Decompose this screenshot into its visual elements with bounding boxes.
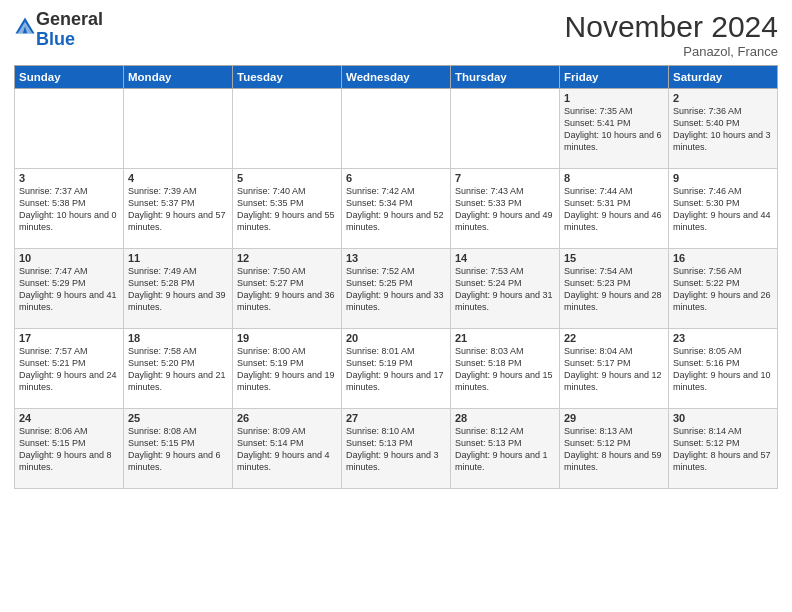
day-detail: Sunrise: 8:04 AM Sunset: 5:17 PM Dayligh… [564,345,664,394]
week-row-1: 1Sunrise: 7:35 AM Sunset: 5:41 PM Daylig… [15,89,778,169]
day-number: 20 [346,332,446,344]
day-number: 18 [128,332,228,344]
logo-text: General Blue [36,10,103,50]
day-cell: 8Sunrise: 7:44 AM Sunset: 5:31 PM Daylig… [560,169,669,249]
title-area: November 2024 Panazol, France [565,10,778,59]
day-detail: Sunrise: 8:14 AM Sunset: 5:12 PM Dayligh… [673,425,773,474]
day-number: 8 [564,172,664,184]
day-number: 11 [128,252,228,264]
weekday-header-friday: Friday [560,66,669,89]
day-cell: 7Sunrise: 7:43 AM Sunset: 5:33 PM Daylig… [451,169,560,249]
weekday-header-sunday: Sunday [15,66,124,89]
day-detail: Sunrise: 8:13 AM Sunset: 5:12 PM Dayligh… [564,425,664,474]
day-detail: Sunrise: 7:49 AM Sunset: 5:28 PM Dayligh… [128,265,228,314]
day-cell: 6Sunrise: 7:42 AM Sunset: 5:34 PM Daylig… [342,169,451,249]
day-cell: 16Sunrise: 7:56 AM Sunset: 5:22 PM Dayli… [669,249,778,329]
day-cell: 27Sunrise: 8:10 AM Sunset: 5:13 PM Dayli… [342,409,451,489]
day-detail: Sunrise: 8:06 AM Sunset: 5:15 PM Dayligh… [19,425,119,474]
day-cell: 17Sunrise: 7:57 AM Sunset: 5:21 PM Dayli… [15,329,124,409]
day-number: 28 [455,412,555,424]
day-detail: Sunrise: 7:44 AM Sunset: 5:31 PM Dayligh… [564,185,664,234]
location-subtitle: Panazol, France [565,44,778,59]
day-number: 26 [237,412,337,424]
day-detail: Sunrise: 7:39 AM Sunset: 5:37 PM Dayligh… [128,185,228,234]
day-cell: 15Sunrise: 7:54 AM Sunset: 5:23 PM Dayli… [560,249,669,329]
day-cell: 11Sunrise: 7:49 AM Sunset: 5:28 PM Dayli… [124,249,233,329]
day-detail: Sunrise: 8:12 AM Sunset: 5:13 PM Dayligh… [455,425,555,474]
day-number: 21 [455,332,555,344]
day-detail: Sunrise: 8:01 AM Sunset: 5:19 PM Dayligh… [346,345,446,394]
day-cell: 24Sunrise: 8:06 AM Sunset: 5:15 PM Dayli… [15,409,124,489]
weekday-header-saturday: Saturday [669,66,778,89]
day-cell: 28Sunrise: 8:12 AM Sunset: 5:13 PM Dayli… [451,409,560,489]
day-cell [451,89,560,169]
week-row-2: 3Sunrise: 7:37 AM Sunset: 5:38 PM Daylig… [15,169,778,249]
day-number: 5 [237,172,337,184]
day-number: 19 [237,332,337,344]
day-number: 6 [346,172,446,184]
day-number: 14 [455,252,555,264]
day-detail: Sunrise: 7:43 AM Sunset: 5:33 PM Dayligh… [455,185,555,234]
week-row-5: 24Sunrise: 8:06 AM Sunset: 5:15 PM Dayli… [15,409,778,489]
day-cell: 14Sunrise: 7:53 AM Sunset: 5:24 PM Dayli… [451,249,560,329]
day-cell: 22Sunrise: 8:04 AM Sunset: 5:17 PM Dayli… [560,329,669,409]
day-cell: 26Sunrise: 8:09 AM Sunset: 5:14 PM Dayli… [233,409,342,489]
day-cell: 19Sunrise: 8:00 AM Sunset: 5:19 PM Dayli… [233,329,342,409]
day-number: 16 [673,252,773,264]
weekday-header-monday: Monday [124,66,233,89]
day-detail: Sunrise: 7:40 AM Sunset: 5:35 PM Dayligh… [237,185,337,234]
day-cell [233,89,342,169]
day-cell: 13Sunrise: 7:52 AM Sunset: 5:25 PM Dayli… [342,249,451,329]
day-detail: Sunrise: 7:57 AM Sunset: 5:21 PM Dayligh… [19,345,119,394]
day-detail: Sunrise: 7:42 AM Sunset: 5:34 PM Dayligh… [346,185,446,234]
day-cell: 10Sunrise: 7:47 AM Sunset: 5:29 PM Dayli… [15,249,124,329]
day-cell: 25Sunrise: 8:08 AM Sunset: 5:15 PM Dayli… [124,409,233,489]
calendar-body: 1Sunrise: 7:35 AM Sunset: 5:41 PM Daylig… [15,89,778,489]
day-cell: 30Sunrise: 8:14 AM Sunset: 5:12 PM Dayli… [669,409,778,489]
day-cell: 9Sunrise: 7:46 AM Sunset: 5:30 PM Daylig… [669,169,778,249]
day-cell: 20Sunrise: 8:01 AM Sunset: 5:19 PM Dayli… [342,329,451,409]
day-number: 29 [564,412,664,424]
day-detail: Sunrise: 7:58 AM Sunset: 5:20 PM Dayligh… [128,345,228,394]
day-detail: Sunrise: 7:53 AM Sunset: 5:24 PM Dayligh… [455,265,555,314]
day-cell: 12Sunrise: 7:50 AM Sunset: 5:27 PM Dayli… [233,249,342,329]
day-cell [15,89,124,169]
logo-icon [14,16,36,38]
weekday-header-thursday: Thursday [451,66,560,89]
day-detail: Sunrise: 7:35 AM Sunset: 5:41 PM Dayligh… [564,105,664,154]
day-cell [124,89,233,169]
day-number: 4 [128,172,228,184]
day-detail: Sunrise: 8:09 AM Sunset: 5:14 PM Dayligh… [237,425,337,474]
day-detail: Sunrise: 8:08 AM Sunset: 5:15 PM Dayligh… [128,425,228,474]
weekday-header-tuesday: Tuesday [233,66,342,89]
day-number: 24 [19,412,119,424]
day-cell: 5Sunrise: 7:40 AM Sunset: 5:35 PM Daylig… [233,169,342,249]
page-container: General Blue November 2024 Panazol, Fran… [0,0,792,497]
day-detail: Sunrise: 7:50 AM Sunset: 5:27 PM Dayligh… [237,265,337,314]
day-detail: Sunrise: 8:10 AM Sunset: 5:13 PM Dayligh… [346,425,446,474]
weekday-header-row: SundayMondayTuesdayWednesdayThursdayFrid… [15,66,778,89]
day-detail: Sunrise: 7:36 AM Sunset: 5:40 PM Dayligh… [673,105,773,154]
day-number: 7 [455,172,555,184]
day-detail: Sunrise: 7:37 AM Sunset: 5:38 PM Dayligh… [19,185,119,234]
day-detail: Sunrise: 7:52 AM Sunset: 5:25 PM Dayligh… [346,265,446,314]
day-cell: 18Sunrise: 7:58 AM Sunset: 5:20 PM Dayli… [124,329,233,409]
logo: General Blue [14,10,103,50]
day-cell: 1Sunrise: 7:35 AM Sunset: 5:41 PM Daylig… [560,89,669,169]
day-number: 22 [564,332,664,344]
week-row-4: 17Sunrise: 7:57 AM Sunset: 5:21 PM Dayli… [15,329,778,409]
week-row-3: 10Sunrise: 7:47 AM Sunset: 5:29 PM Dayli… [15,249,778,329]
day-detail: Sunrise: 8:00 AM Sunset: 5:19 PM Dayligh… [237,345,337,394]
day-detail: Sunrise: 7:47 AM Sunset: 5:29 PM Dayligh… [19,265,119,314]
day-number: 1 [564,92,664,104]
day-number: 25 [128,412,228,424]
day-number: 2 [673,92,773,104]
day-number: 15 [564,252,664,264]
day-number: 10 [19,252,119,264]
day-cell: 29Sunrise: 8:13 AM Sunset: 5:12 PM Dayli… [560,409,669,489]
day-number: 12 [237,252,337,264]
day-detail: Sunrise: 7:56 AM Sunset: 5:22 PM Dayligh… [673,265,773,314]
calendar-table: SundayMondayTuesdayWednesdayThursdayFrid… [14,65,778,489]
day-cell: 23Sunrise: 8:05 AM Sunset: 5:16 PM Dayli… [669,329,778,409]
day-detail: Sunrise: 7:46 AM Sunset: 5:30 PM Dayligh… [673,185,773,234]
